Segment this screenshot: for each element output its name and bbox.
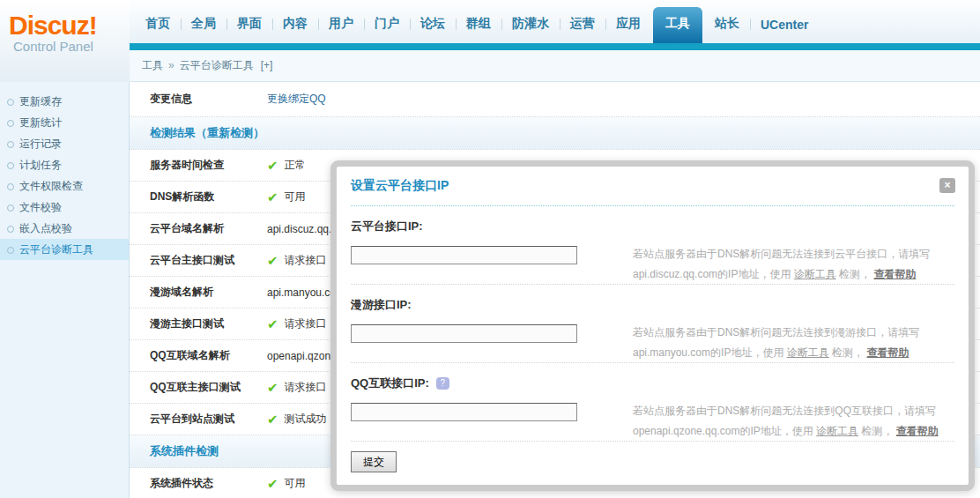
help-text: 检测， [829, 346, 867, 359]
sidebar-item-update-cache[interactable]: 更新缓存 [0, 91, 129, 112]
nav-item-groups[interactable]: 群组 [456, 16, 501, 43]
nav-item-webmaster[interactable]: 站长 [704, 16, 750, 43]
bullet-icon [7, 99, 14, 106]
sidebar-item-label: 云平台诊断工具 [19, 243, 93, 256]
sidebar-item-update-stats[interactable]: 更新统计 [0, 112, 129, 133]
qq-connect-ip-help-text: 若站点服务器由于DNS解析问题无法连接到QQ互联接口，请填写openapi.qz… [633, 401, 954, 441]
bullet-icon [7, 120, 14, 127]
row-label: DNS解析函数 [150, 190, 267, 204]
diagnostic-tool-link[interactable]: 诊断工具 [794, 268, 836, 280]
breadcrumb-section[interactable]: 工具 [142, 59, 163, 71]
bullet-icon [7, 162, 14, 169]
breadcrumb-separator: » [168, 59, 174, 71]
row-label: QQ互联域名解析 [150, 348, 267, 363]
row-value: 请求接口 [285, 253, 327, 268]
row-label: 漫游主接口测试 [150, 316, 267, 331]
section-title: 检测结果 [150, 125, 196, 141]
sidebar-item-label: 文件校验 [19, 201, 62, 213]
row-label: 云平台主接口测试 [150, 253, 267, 268]
row-value: 请求接口 [285, 380, 327, 395]
submit-button[interactable]: 提交 [351, 451, 397, 472]
sidebar-item-label: 计划任务 [19, 159, 62, 171]
nav-item-interface[interactable]: 界面 [226, 16, 272, 43]
change-bound-qq-link[interactable]: 更换绑定QQ [267, 92, 326, 107]
discuz-control-panel: Discuz! Control Panel 首页 全局 界面 内容 用户 门户 … [0, 0, 980, 498]
row-value: 可用 [285, 190, 306, 204]
sidebar-item-label: 文件权限检查 [19, 180, 83, 192]
diagnostic-tool-link[interactable]: 诊断工具 [787, 346, 829, 359]
breadcrumb-page: 云平台诊断工具 [180, 59, 254, 71]
dialog-title: 设置云平台接口IP [351, 178, 449, 194]
diagnostic-tool-link[interactable]: 诊断工具 [816, 425, 858, 437]
sidebar-item-file-verify[interactable]: 文件校验 [0, 197, 129, 218]
sidebar-item-label: 运行记录 [19, 138, 62, 150]
manyou-ip-input[interactable] [351, 324, 577, 343]
label-text: QQ互联接口IP: [351, 375, 429, 391]
nav-item-antispam[interactable]: 防灌水 [501, 16, 560, 43]
nav-item-home[interactable]: 首页 [135, 16, 181, 43]
nav-item-users[interactable]: 用户 [318, 16, 364, 43]
check-icon: ✔ [267, 477, 278, 490]
help-text: 检测， [858, 425, 896, 437]
bullet-icon [7, 247, 14, 254]
logo-panel: Discuz! Control Panel [0, 0, 130, 82]
sidebar-item-file-permission-check[interactable]: 文件权限检查 [0, 175, 129, 197]
sidebar-item-run-log[interactable]: 运行记录 [0, 133, 129, 154]
row-label: 云平台域名解析 [150, 221, 267, 236]
row-value: 正常 [285, 158, 306, 173]
section-title: 系统插件检测 [150, 443, 219, 459]
cloud-ip-label: 云平台接口IP: [351, 219, 633, 234]
bullet-icon [7, 226, 14, 233]
sidebar-item-cron-tasks[interactable]: 计划任务 [0, 154, 129, 175]
set-cloud-interface-ip-dialog: 设置云平台接口IP × 云平台接口IP: 若站点服务器由于DNS解析问题无法连接… [330, 160, 975, 491]
manyou-ip-help-text: 若站点服务器由于DNS解析问题无法连接到漫游接口，请填写api.manyou.c… [633, 323, 954, 362]
help-text: 检测， [836, 268, 874, 280]
row-label: 变更信息 [150, 92, 267, 107]
view-help-link[interactable]: 查看帮助 [873, 268, 916, 280]
sidebar-item-cloud-diagnostic-tool[interactable]: 云平台诊断工具 [0, 239, 129, 260]
nav-item-forum[interactable]: 论坛 [410, 16, 456, 43]
table-row: 变更信息 更换绑定QQ [130, 82, 980, 117]
sidebar: 更新缓存 更新统计 运行记录 计划任务 文件权限检查 文件校验 嵌入点校验 云平… [0, 82, 130, 498]
help-bubble-icon[interactable]: ? [436, 377, 449, 390]
sidebar-item-label: 嵌入点校验 [19, 222, 72, 234]
qq-connect-ip-input[interactable] [351, 403, 577, 421]
redetect-link[interactable]: （重新检测） [196, 125, 264, 141]
row-value: 可用 [285, 476, 306, 491]
check-icon: ✔ [267, 190, 278, 204]
check-icon: ✔ [267, 381, 278, 394]
bullet-icon [7, 183, 14, 190]
nav-item-operation[interactable]: 运营 [560, 16, 605, 43]
logo-subtitle: Control Panel [0, 39, 130, 54]
nav-item-ucenter[interactable]: UCenter [750, 18, 819, 43]
nav-item-apps[interactable]: 应用 [605, 16, 651, 43]
breadcrumb-expand-link[interactable]: [+] [261, 59, 273, 71]
check-icon: ✔ [267, 159, 278, 172]
manyou-ip-section: 漫游接口IP: 若站点服务器由于DNS解析问题无法连接到漫游接口，请填写api.… [351, 285, 954, 363]
nav-item-content[interactable]: 内容 [272, 16, 318, 43]
row-label: 系统插件状态 [150, 476, 267, 491]
cloud-ip-input[interactable] [351, 246, 577, 264]
bullet-icon [7, 204, 14, 212]
check-icon: ✔ [267, 317, 278, 331]
row-label: 漫游域名解析 [150, 285, 267, 300]
manyou-ip-label: 漫游接口IP: [351, 297, 633, 313]
nav-item-global[interactable]: 全局 [181, 16, 226, 43]
discuz-logo: Discuz! [0, 0, 130, 41]
check-icon: ✔ [267, 254, 278, 267]
view-help-link[interactable]: 查看帮助 [866, 346, 909, 359]
nav-item-portal[interactable]: 门户 [364, 16, 410, 43]
breadcrumb: 工具»云平台诊断工具[+] [130, 50, 980, 82]
cloud-ip-section: 云平台接口IP: 若站点服务器由于DNS解析问题无法连接到云平台接口，请填写ap… [351, 206, 954, 285]
nav-item-tools-active[interactable]: 工具 [653, 7, 702, 43]
section-header-detect-results: 检测结果（重新检测） [130, 117, 980, 150]
top-nav: 首页 全局 界面 内容 用户 门户 论坛 群组 防灌水 运营 应用 工具 站长 … [130, 0, 980, 43]
view-help-link[interactable]: 查看帮助 [896, 425, 939, 437]
check-icon: ✔ [267, 413, 278, 426]
row-label: QQ互联主接口测试 [150, 380, 267, 395]
sidebar-item-hook-verify[interactable]: 嵌入点校验 [0, 218, 129, 239]
qq-connect-ip-label: QQ互联接口IP: ? [351, 375, 633, 391]
cloud-ip-help-text: 若站点服务器由于DNS解析问题无法连接到云平台接口，请填写api.discuz.… [633, 244, 954, 284]
close-icon[interactable]: × [939, 178, 955, 193]
nav-accent-bar [130, 43, 980, 50]
